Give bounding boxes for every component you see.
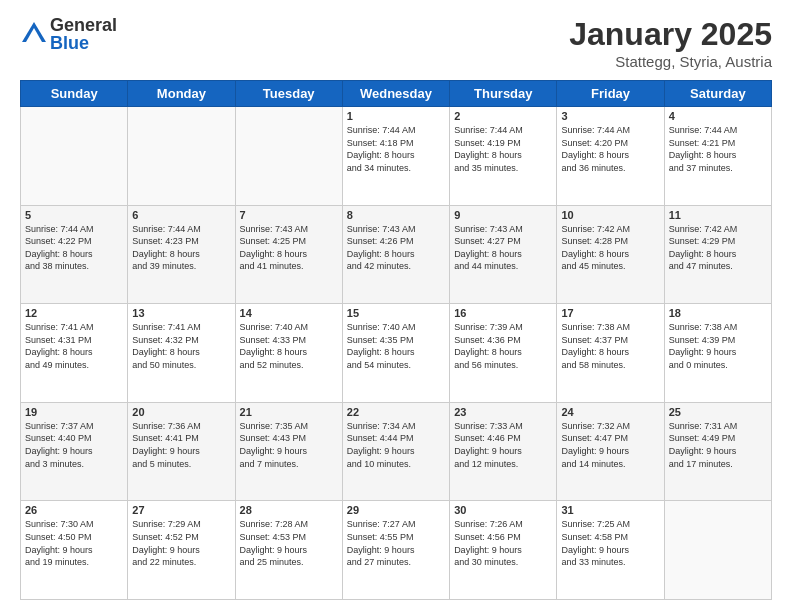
col-wednesday: Wednesday bbox=[342, 81, 449, 107]
logo-text: General Blue bbox=[50, 16, 117, 52]
day-number: 13 bbox=[132, 307, 230, 319]
day-info: Sunrise: 7:44 AM Sunset: 4:21 PM Dayligh… bbox=[669, 124, 767, 174]
calendar-cell: 24Sunrise: 7:32 AM Sunset: 4:47 PM Dayli… bbox=[557, 402, 664, 501]
day-number: 11 bbox=[669, 209, 767, 221]
week-row-4: 19Sunrise: 7:37 AM Sunset: 4:40 PM Dayli… bbox=[21, 402, 772, 501]
day-info: Sunrise: 7:35 AM Sunset: 4:43 PM Dayligh… bbox=[240, 420, 338, 470]
calendar-cell bbox=[21, 107, 128, 206]
day-number: 23 bbox=[454, 406, 552, 418]
day-info: Sunrise: 7:39 AM Sunset: 4:36 PM Dayligh… bbox=[454, 321, 552, 371]
calendar-cell: 7Sunrise: 7:43 AM Sunset: 4:25 PM Daylig… bbox=[235, 205, 342, 304]
day-number: 20 bbox=[132, 406, 230, 418]
calendar-cell: 1Sunrise: 7:44 AM Sunset: 4:18 PM Daylig… bbox=[342, 107, 449, 206]
day-number: 16 bbox=[454, 307, 552, 319]
day-number: 5 bbox=[25, 209, 123, 221]
day-info: Sunrise: 7:38 AM Sunset: 4:37 PM Dayligh… bbox=[561, 321, 659, 371]
calendar-cell bbox=[128, 107, 235, 206]
logo: General Blue bbox=[20, 16, 117, 52]
calendar-title: January 2025 bbox=[569, 16, 772, 53]
calendar-cell: 15Sunrise: 7:40 AM Sunset: 4:35 PM Dayli… bbox=[342, 304, 449, 403]
logo-blue: Blue bbox=[50, 34, 117, 52]
calendar-cell: 6Sunrise: 7:44 AM Sunset: 4:23 PM Daylig… bbox=[128, 205, 235, 304]
day-info: Sunrise: 7:30 AM Sunset: 4:50 PM Dayligh… bbox=[25, 518, 123, 568]
calendar-cell: 4Sunrise: 7:44 AM Sunset: 4:21 PM Daylig… bbox=[664, 107, 771, 206]
calendar-cell: 29Sunrise: 7:27 AM Sunset: 4:55 PM Dayli… bbox=[342, 501, 449, 600]
day-number: 28 bbox=[240, 504, 338, 516]
calendar-cell: 30Sunrise: 7:26 AM Sunset: 4:56 PM Dayli… bbox=[450, 501, 557, 600]
day-info: Sunrise: 7:40 AM Sunset: 4:33 PM Dayligh… bbox=[240, 321, 338, 371]
day-number: 24 bbox=[561, 406, 659, 418]
day-number: 21 bbox=[240, 406, 338, 418]
calendar-cell: 10Sunrise: 7:42 AM Sunset: 4:28 PM Dayli… bbox=[557, 205, 664, 304]
day-info: Sunrise: 7:44 AM Sunset: 4:23 PM Dayligh… bbox=[132, 223, 230, 273]
day-number: 8 bbox=[347, 209, 445, 221]
col-thursday: Thursday bbox=[450, 81, 557, 107]
day-number: 22 bbox=[347, 406, 445, 418]
header-row: Sunday Monday Tuesday Wednesday Thursday… bbox=[21, 81, 772, 107]
logo-icon bbox=[20, 20, 48, 48]
day-number: 6 bbox=[132, 209, 230, 221]
calendar-cell: 5Sunrise: 7:44 AM Sunset: 4:22 PM Daylig… bbox=[21, 205, 128, 304]
day-info: Sunrise: 7:36 AM Sunset: 4:41 PM Dayligh… bbox=[132, 420, 230, 470]
calendar-subtitle: Stattegg, Styria, Austria bbox=[569, 53, 772, 70]
calendar-cell: 27Sunrise: 7:29 AM Sunset: 4:52 PM Dayli… bbox=[128, 501, 235, 600]
day-number: 7 bbox=[240, 209, 338, 221]
calendar-cell: 13Sunrise: 7:41 AM Sunset: 4:32 PM Dayli… bbox=[128, 304, 235, 403]
day-number: 4 bbox=[669, 110, 767, 122]
day-number: 9 bbox=[454, 209, 552, 221]
col-sunday: Sunday bbox=[21, 81, 128, 107]
day-info: Sunrise: 7:27 AM Sunset: 4:55 PM Dayligh… bbox=[347, 518, 445, 568]
day-number: 14 bbox=[240, 307, 338, 319]
col-friday: Friday bbox=[557, 81, 664, 107]
day-number: 2 bbox=[454, 110, 552, 122]
day-info: Sunrise: 7:25 AM Sunset: 4:58 PM Dayligh… bbox=[561, 518, 659, 568]
day-info: Sunrise: 7:41 AM Sunset: 4:31 PM Dayligh… bbox=[25, 321, 123, 371]
day-info: Sunrise: 7:33 AM Sunset: 4:46 PM Dayligh… bbox=[454, 420, 552, 470]
calendar-cell: 12Sunrise: 7:41 AM Sunset: 4:31 PM Dayli… bbox=[21, 304, 128, 403]
calendar-cell: 20Sunrise: 7:36 AM Sunset: 4:41 PM Dayli… bbox=[128, 402, 235, 501]
calendar-cell: 3Sunrise: 7:44 AM Sunset: 4:20 PM Daylig… bbox=[557, 107, 664, 206]
calendar-cell: 9Sunrise: 7:43 AM Sunset: 4:27 PM Daylig… bbox=[450, 205, 557, 304]
day-info: Sunrise: 7:44 AM Sunset: 4:22 PM Dayligh… bbox=[25, 223, 123, 273]
day-info: Sunrise: 7:29 AM Sunset: 4:52 PM Dayligh… bbox=[132, 518, 230, 568]
day-info: Sunrise: 7:37 AM Sunset: 4:40 PM Dayligh… bbox=[25, 420, 123, 470]
calendar-cell: 2Sunrise: 7:44 AM Sunset: 4:19 PM Daylig… bbox=[450, 107, 557, 206]
day-info: Sunrise: 7:44 AM Sunset: 4:20 PM Dayligh… bbox=[561, 124, 659, 174]
calendar-cell: 21Sunrise: 7:35 AM Sunset: 4:43 PM Dayli… bbox=[235, 402, 342, 501]
col-saturday: Saturday bbox=[664, 81, 771, 107]
calendar-cell: 31Sunrise: 7:25 AM Sunset: 4:58 PM Dayli… bbox=[557, 501, 664, 600]
day-info: Sunrise: 7:42 AM Sunset: 4:28 PM Dayligh… bbox=[561, 223, 659, 273]
day-info: Sunrise: 7:42 AM Sunset: 4:29 PM Dayligh… bbox=[669, 223, 767, 273]
day-number: 30 bbox=[454, 504, 552, 516]
calendar-cell: 23Sunrise: 7:33 AM Sunset: 4:46 PM Dayli… bbox=[450, 402, 557, 501]
day-info: Sunrise: 7:44 AM Sunset: 4:19 PM Dayligh… bbox=[454, 124, 552, 174]
title-block: January 2025 Stattegg, Styria, Austria bbox=[569, 16, 772, 70]
day-info: Sunrise: 7:43 AM Sunset: 4:26 PM Dayligh… bbox=[347, 223, 445, 273]
day-info: Sunrise: 7:43 AM Sunset: 4:27 PM Dayligh… bbox=[454, 223, 552, 273]
page: General Blue January 2025 Stattegg, Styr… bbox=[0, 0, 792, 612]
day-number: 31 bbox=[561, 504, 659, 516]
calendar-cell: 16Sunrise: 7:39 AM Sunset: 4:36 PM Dayli… bbox=[450, 304, 557, 403]
week-row-2: 5Sunrise: 7:44 AM Sunset: 4:22 PM Daylig… bbox=[21, 205, 772, 304]
day-number: 19 bbox=[25, 406, 123, 418]
calendar-cell: 22Sunrise: 7:34 AM Sunset: 4:44 PM Dayli… bbox=[342, 402, 449, 501]
day-number: 29 bbox=[347, 504, 445, 516]
day-number: 12 bbox=[25, 307, 123, 319]
day-info: Sunrise: 7:34 AM Sunset: 4:44 PM Dayligh… bbox=[347, 420, 445, 470]
calendar-cell: 28Sunrise: 7:28 AM Sunset: 4:53 PM Dayli… bbox=[235, 501, 342, 600]
calendar-cell: 18Sunrise: 7:38 AM Sunset: 4:39 PM Dayli… bbox=[664, 304, 771, 403]
calendar-cell: 25Sunrise: 7:31 AM Sunset: 4:49 PM Dayli… bbox=[664, 402, 771, 501]
day-info: Sunrise: 7:43 AM Sunset: 4:25 PM Dayligh… bbox=[240, 223, 338, 273]
day-number: 25 bbox=[669, 406, 767, 418]
day-number: 18 bbox=[669, 307, 767, 319]
calendar-cell: 11Sunrise: 7:42 AM Sunset: 4:29 PM Dayli… bbox=[664, 205, 771, 304]
day-info: Sunrise: 7:28 AM Sunset: 4:53 PM Dayligh… bbox=[240, 518, 338, 568]
day-info: Sunrise: 7:38 AM Sunset: 4:39 PM Dayligh… bbox=[669, 321, 767, 371]
calendar-table: Sunday Monday Tuesday Wednesday Thursday… bbox=[20, 80, 772, 600]
day-number: 3 bbox=[561, 110, 659, 122]
logo-general: General bbox=[50, 16, 117, 34]
day-info: Sunrise: 7:26 AM Sunset: 4:56 PM Dayligh… bbox=[454, 518, 552, 568]
day-info: Sunrise: 7:40 AM Sunset: 4:35 PM Dayligh… bbox=[347, 321, 445, 371]
day-number: 15 bbox=[347, 307, 445, 319]
day-number: 1 bbox=[347, 110, 445, 122]
